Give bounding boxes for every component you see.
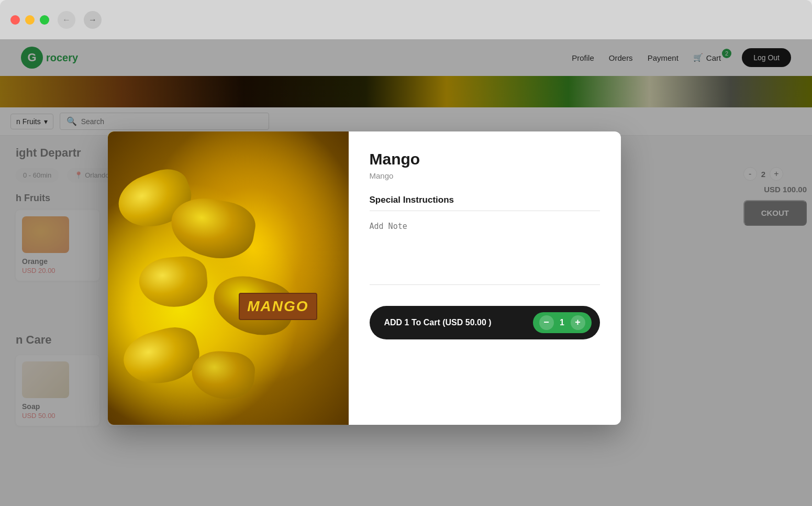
add-to-cart-text: ADD 1 To Cart (USD 50.00 ) [384, 318, 492, 327]
mango-sign: MANGO [239, 293, 317, 320]
modal-product-name: Mango [370, 150, 600, 168]
modal-qty-value: 1 [557, 318, 568, 327]
modal-qty-control: − 1 + [533, 312, 592, 333]
product-modal: MANGO Mango Mango Special Instructions A… [108, 131, 621, 425]
close-light[interactable] [10, 15, 20, 25]
divider-bottom [370, 284, 600, 285]
special-instructions-section: Special Instructions [370, 195, 600, 285]
modal-qty-decrease-btn[interactable]: − [539, 315, 554, 330]
page: G rocery Profile Orders Payment 🛒 Cart 2… [0, 39, 812, 506]
modal-product-subtitle: Mango [370, 171, 600, 180]
modal-qty-increase-btn[interactable]: + [571, 315, 585, 330]
divider-top [370, 211, 600, 211]
modal-product-image: MANGO [108, 131, 349, 425]
special-instructions-input[interactable] [370, 217, 600, 282]
special-instructions-label: Special Instructions [370, 195, 600, 205]
forward-button[interactable]: → [84, 11, 102, 29]
minimize-light[interactable] [25, 15, 35, 25]
traffic-lights [10, 15, 49, 25]
browser-chrome: ← → [0, 0, 812, 39]
add-to-cart-bar: ADD 1 To Cart (USD 50.00 ) − 1 + [370, 306, 600, 339]
modal-body: Mango Mango Special Instructions ADD 1 T… [349, 131, 621, 425]
modal-overlay[interactable]: MANGO Mango Mango Special Instructions A… [0, 39, 812, 506]
maximize-light[interactable] [40, 15, 49, 25]
back-button[interactable]: ← [58, 11, 75, 29]
